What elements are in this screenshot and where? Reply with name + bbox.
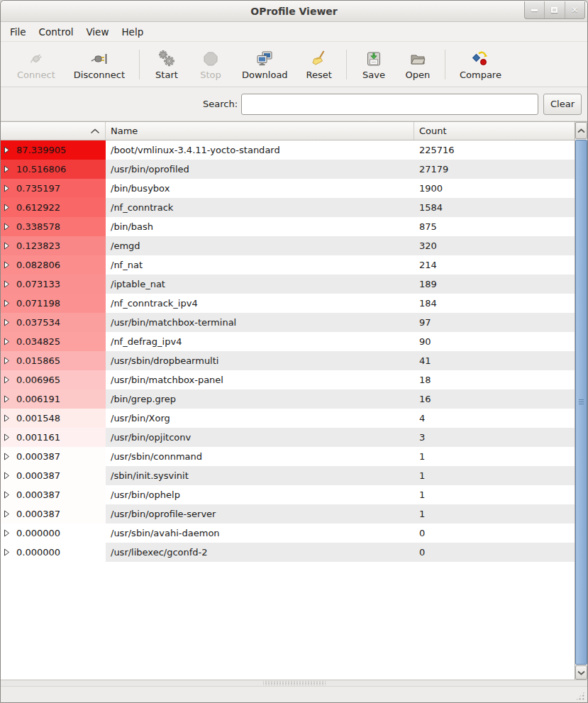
table-row[interactable]: 0.037534/usr/bin/matchbox-terminal97 bbox=[1, 313, 575, 332]
expander-icon[interactable] bbox=[4, 223, 10, 231]
percent-value: 0.000387 bbox=[16, 451, 60, 462]
menu-help[interactable]: Help bbox=[115, 23, 150, 40]
toolbar: Connect Disconnect Start Stop Down bbox=[1, 42, 587, 87]
expander-icon[interactable] bbox=[4, 376, 10, 384]
start-button[interactable]: Start bbox=[145, 46, 189, 83]
table-row[interactable]: 0.338578/bin/bash875 bbox=[1, 217, 575, 236]
search-input[interactable] bbox=[241, 94, 538, 115]
percent-value: 0.001161 bbox=[16, 432, 60, 443]
expander-icon[interactable] bbox=[4, 548, 10, 556]
expander-icon[interactable] bbox=[4, 319, 10, 326]
count-cell: 0 bbox=[414, 543, 575, 562]
expander-icon[interactable] bbox=[4, 395, 10, 403]
expander-icon[interactable] bbox=[4, 184, 10, 192]
name-cell: /usr/bin/matchbox-terminal bbox=[106, 313, 414, 332]
scroll-up-button[interactable] bbox=[575, 122, 587, 139]
expander-icon[interactable] bbox=[4, 510, 10, 518]
expander-icon[interactable] bbox=[4, 204, 10, 211]
name-cell: /emgd bbox=[106, 236, 414, 255]
expander-icon[interactable] bbox=[4, 280, 10, 288]
toolbar-label: Save bbox=[362, 70, 385, 80]
expander-icon[interactable] bbox=[4, 453, 10, 460]
expander-icon[interactable] bbox=[4, 529, 10, 537]
table-row[interactable]: 0.001548/usr/bin/Xorg4 bbox=[1, 409, 575, 428]
table-row[interactable]: 0.006965/usr/bin/matchbox-panel18 bbox=[1, 370, 575, 389]
percent-cell: 0.073133 bbox=[1, 275, 106, 294]
save-button[interactable]: Save bbox=[352, 46, 396, 83]
table-row[interactable]: 0.015865/usr/sbin/dropbearmulti41 bbox=[1, 351, 575, 370]
menu-control[interactable]: Control bbox=[33, 23, 80, 40]
expander-icon[interactable] bbox=[4, 165, 10, 173]
scroll-down-button[interactable] bbox=[575, 665, 587, 680]
scrollbar-track[interactable] bbox=[575, 139, 587, 665]
count-cell: 0 bbox=[414, 524, 575, 543]
table-row[interactable]: 0.006191/bin/grep.grep16 bbox=[1, 389, 575, 409]
percent-value: 0.000000 bbox=[16, 547, 60, 558]
menu-view[interactable]: View bbox=[79, 23, 115, 40]
name-cell: /nf_defrag_ipv4 bbox=[106, 332, 414, 351]
search-label: Search: bbox=[203, 99, 238, 109]
column-header-name[interactable]: Name bbox=[106, 122, 414, 140]
percent-value: 0.006191 bbox=[16, 394, 60, 404]
count-cell: 1900 bbox=[414, 179, 575, 198]
name-cell: /usr/sbin/avahi-daemon bbox=[106, 524, 414, 543]
table-row[interactable]: 10.516806/usr/bin/oprofiled27179 bbox=[1, 160, 575, 179]
count-cell: 41 bbox=[414, 351, 575, 370]
table-row[interactable]: 0.123823/emgd320 bbox=[1, 236, 575, 255]
window-resize-grip[interactable] bbox=[575, 691, 585, 701]
expander-icon[interactable] bbox=[4, 472, 10, 480]
title-bar[interactable]: OProfile Viewer ✕ bbox=[1, 1, 587, 22]
table-row[interactable]: 0.735197/bin/busybox1900 bbox=[1, 179, 575, 198]
scrollbar-thumb[interactable] bbox=[575, 140, 587, 665]
column-header-percent[interactable] bbox=[1, 122, 106, 140]
expander-icon[interactable] bbox=[4, 242, 10, 250]
column-header-count[interactable]: Count bbox=[414, 122, 575, 140]
percent-value: 10.516806 bbox=[16, 164, 66, 175]
minimize-button[interactable] bbox=[525, 1, 545, 18]
compare-button[interactable]: Compare bbox=[450, 46, 511, 83]
toolbar-separator bbox=[445, 50, 445, 79]
toolbar-label: Connect bbox=[17, 70, 55, 80]
open-button[interactable]: Open bbox=[396, 46, 440, 83]
table-row[interactable]: 0.082806/nf_nat214 bbox=[1, 255, 575, 275]
table-row[interactable]: 87.339905/boot/vmlinux-3.4.11-yocto-stan… bbox=[1, 140, 575, 160]
percent-value: 0.612922 bbox=[16, 202, 60, 213]
expander-icon[interactable] bbox=[4, 261, 10, 269]
disconnect-button[interactable]: Disconnect bbox=[65, 46, 134, 83]
percent-value: 0.037534 bbox=[16, 317, 60, 328]
expander-icon[interactable] bbox=[4, 433, 10, 441]
download-button[interactable]: Download bbox=[233, 46, 297, 83]
count-cell: 320 bbox=[414, 236, 575, 255]
name-cell: /nf_conntrack bbox=[106, 198, 414, 217]
percent-cell: 87.339905 bbox=[1, 140, 106, 160]
name-cell: /usr/bin/oprofile-server bbox=[106, 504, 414, 524]
table-row[interactable]: 0.001161/usr/bin/opjitconv3 bbox=[1, 428, 575, 447]
table-row[interactable]: 0.000000/usr/sbin/avahi-daemon0 bbox=[1, 524, 575, 543]
table-row[interactable]: 0.000000/usr/libexec/gconfd-20 bbox=[1, 543, 575, 562]
expander-icon[interactable] bbox=[4, 491, 10, 499]
maximize-button[interactable] bbox=[545, 1, 565, 18]
table-row[interactable]: 0.034825/nf_defrag_ipv490 bbox=[1, 332, 575, 351]
table-row[interactable]: 0.000387/usr/bin/ophelp1 bbox=[1, 485, 575, 504]
table-row[interactable]: 0.000387/usr/bin/oprofile-server1 bbox=[1, 504, 575, 524]
chevron-up-icon bbox=[577, 128, 585, 133]
expander-icon[interactable] bbox=[4, 357, 10, 365]
menu-file[interactable]: File bbox=[4, 23, 33, 40]
table-row[interactable]: 0.071198/nf_conntrack_ipv4184 bbox=[1, 294, 575, 313]
table-body: 87.339905/boot/vmlinux-3.4.11-yocto-stan… bbox=[1, 140, 575, 680]
table-row[interactable]: 0.000387/usr/sbin/connmand1 bbox=[1, 447, 575, 466]
expander-icon[interactable] bbox=[4, 414, 10, 422]
expander-icon[interactable] bbox=[4, 299, 10, 307]
expander-icon[interactable] bbox=[4, 146, 10, 154]
table-row[interactable]: 0.000387/sbin/init.sysvinit1 bbox=[1, 466, 575, 485]
table-row[interactable]: 0.612922/nf_conntrack1584 bbox=[1, 198, 575, 217]
pane-resize-handle[interactable] bbox=[1, 680, 587, 687]
reset-button[interactable]: Reset bbox=[297, 46, 341, 83]
table-row[interactable]: 0.073133/iptable_nat189 bbox=[1, 275, 575, 294]
close-button[interactable]: ✕ bbox=[565, 1, 584, 18]
clear-button[interactable]: Clear bbox=[543, 94, 582, 115]
plug-socket-icon bbox=[90, 49, 109, 68]
name-cell: /usr/bin/Xorg bbox=[106, 409, 414, 428]
percent-cell: 0.612922 bbox=[1, 198, 106, 217]
expander-icon[interactable] bbox=[4, 338, 10, 345]
